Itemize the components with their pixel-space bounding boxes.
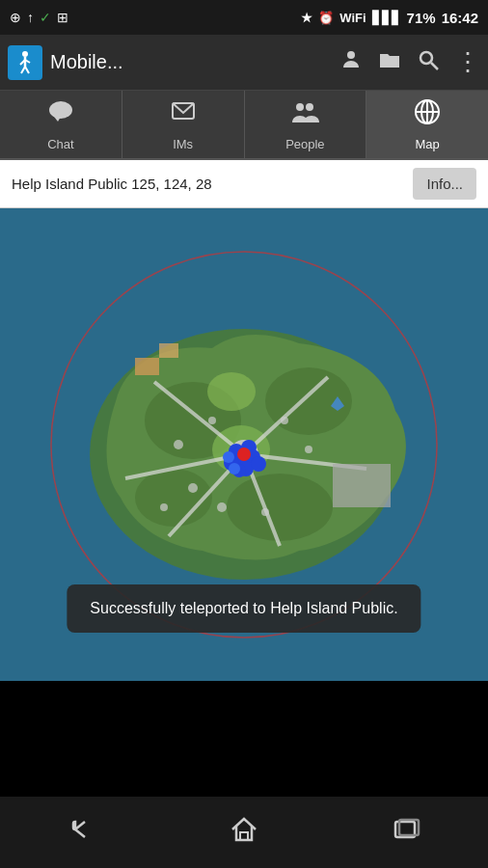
info-button[interactable]: Info... [413, 168, 476, 200]
svg-point-9 [49, 101, 72, 119]
svg-point-24 [135, 469, 212, 527]
status-bar: ⊕ ↑ ✓ ⊞ ★ ⏰ WiFi ▋▋▋ 71% 16:42 [0, 0, 488, 35]
tab-bar: Chat IMs People [0, 91, 488, 160]
svg-point-44 [251, 456, 266, 472]
app-icon [8, 45, 42, 80]
svg-point-47 [223, 451, 234, 463]
app-title: Mobile... [50, 51, 332, 73]
recent-apps-button[interactable] [382, 804, 432, 861]
wifi-icon: WiFi [339, 11, 366, 25]
battery-indicator: 71% [407, 10, 436, 26]
check-icon: ✓ [40, 10, 51, 25]
svg-point-49 [188, 483, 198, 493]
svg-marker-10 [54, 117, 61, 122]
location-bar: Help Island Public 125, 124, 28 Info... [0, 160, 488, 208]
bluetooth-icon: ★ [301, 11, 312, 25]
person-icon[interactable] [339, 48, 363, 77]
svg-line-8 [431, 63, 438, 69]
svg-point-55 [261, 508, 269, 516]
svg-point-51 [174, 440, 183, 449]
signal-bars-icon: ▋▋▋ [372, 11, 401, 25]
more-options-icon[interactable]: ⋮ [455, 47, 480, 77]
tab-map[interactable]: Map [366, 91, 488, 158]
svg-point-50 [217, 502, 227, 512]
back-button[interactable] [56, 804, 106, 861]
svg-rect-35 [159, 343, 178, 358]
clock: 16:42 [442, 10, 478, 26]
svg-point-46 [237, 448, 251, 461]
map-tab-label: Map [415, 137, 439, 151]
map-tab-icon [413, 97, 442, 133]
usb-icon: ⊕ [10, 10, 21, 25]
people-tab-icon [290, 97, 319, 133]
chat-tab-label: Chat [47, 137, 73, 151]
svg-point-13 [306, 103, 313, 111]
svg-line-4 [21, 67, 25, 73]
status-left-icons: ⊕ ↑ ✓ ⊞ [10, 10, 68, 25]
ims-tab-icon [169, 97, 198, 133]
status-right-info: ★ ⏰ WiFi ▋▋▋ 71% 16:42 [301, 10, 478, 26]
svg-point-48 [229, 463, 240, 475]
svg-point-7 [420, 52, 432, 64]
map-area[interactable]: Successfully teleported to Help Island P… [0, 208, 488, 681]
app-header: Mobile... ⋮ [0, 35, 488, 91]
upload-icon: ↑ [27, 10, 34, 25]
svg-point-56 [160, 503, 168, 511]
home-button[interactable] [219, 804, 269, 861]
svg-point-53 [281, 417, 288, 424]
tab-people[interactable]: People [245, 91, 367, 158]
toast-message: Successfully teleported to Help Island P… [67, 584, 420, 633]
svg-point-52 [208, 417, 216, 424]
chat-tab-icon [46, 97, 75, 133]
tab-chat[interactable]: Chat [0, 91, 122, 158]
svg-point-23 [227, 474, 333, 541]
svg-point-6 [347, 51, 355, 59]
svg-point-54 [305, 446, 312, 453]
folder-icon[interactable] [378, 48, 401, 77]
svg-line-5 [25, 67, 29, 73]
alarm-icon: ⏰ [318, 11, 334, 25]
android-icon: ⊞ [57, 10, 68, 25]
bottom-nav [0, 797, 488, 868]
location-text: Help Island Public 125, 124, 28 [12, 176, 413, 192]
svg-point-0 [22, 51, 28, 57]
svg-rect-34 [135, 358, 159, 375]
search-icon[interactable] [417, 48, 440, 77]
people-tab-label: People [285, 137, 324, 151]
svg-point-26 [207, 372, 256, 411]
ims-tab-label: IMs [173, 137, 193, 151]
svg-point-12 [296, 103, 304, 111]
tab-ims[interactable]: IMs [122, 91, 245, 158]
svg-rect-36 [333, 464, 391, 507]
header-action-icons: ⋮ [339, 47, 480, 77]
